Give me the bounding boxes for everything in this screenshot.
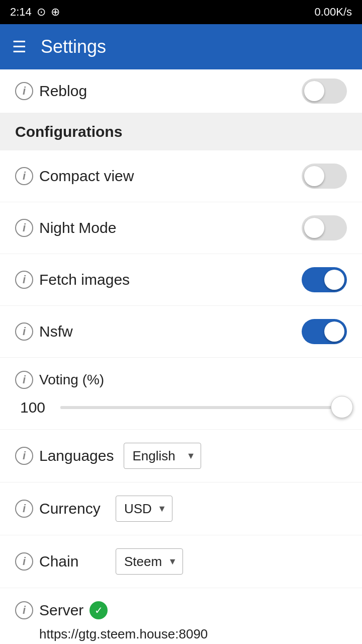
voting-value: 100: [20, 399, 50, 416]
voting-label-row: i Voting (%): [15, 371, 347, 389]
fetch-images-info-icon[interactable]: i: [15, 271, 33, 289]
setting-row-nsfw: i Nsfw: [0, 306, 362, 358]
voting-slider-thumb[interactable]: [331, 396, 353, 418]
chain-info-icon[interactable]: i: [15, 552, 33, 571]
setting-row-languages: i Languages English Spanish French Germa…: [0, 430, 362, 482]
night-mode-toggle-knob: [304, 218, 324, 238]
reblog-toggle[interactable]: [302, 78, 347, 104]
compact-view-label: i Compact view: [15, 167, 302, 185]
nsfw-info-icon[interactable]: i: [15, 323, 33, 341]
server-label-row: i Server ✓: [15, 601, 347, 619]
configurations-header: Configurations: [0, 113, 362, 150]
night-mode-label: i Night Mode: [15, 219, 302, 237]
voting-label: Voting (%): [39, 372, 104, 388]
compact-view-toggle[interactable]: [302, 164, 347, 189]
setting-row-server: i Server ✓ https://gtg.steem.house:8090: [0, 588, 362, 644]
status-icon-1: ⊙: [37, 6, 46, 19]
status-bar: 2:14 ⊙ ⊕ 0.00K/s: [0, 0, 362, 24]
reblog-toggle-knob: [304, 81, 324, 101]
voting-slider-track[interactable]: [60, 406, 342, 409]
setting-row-chain: i Chain Steem Hive ▼: [0, 535, 362, 588]
night-mode-info-icon[interactable]: i: [15, 219, 33, 237]
languages-select-wrapper: English Spanish French German Chinese ▼: [124, 443, 201, 469]
page-title: Settings: [41, 36, 106, 57]
reblog-info-icon[interactable]: i: [15, 82, 33, 100]
compact-view-toggle-knob: [304, 166, 324, 186]
status-bar-left: 2:14 ⊙ ⊕: [10, 6, 60, 19]
currency-select-wrapper: USD EUR GBP JPY ▼: [116, 496, 172, 522]
chain-select[interactable]: Steem Hive: [116, 548, 183, 575]
setting-row-fetch-images: i Fetch images: [0, 254, 362, 306]
server-status-icon: ✓: [89, 601, 108, 619]
hamburger-menu-button[interactable]: ☰: [12, 39, 27, 55]
server-url[interactable]: https://gtg.steem.house:8090: [15, 626, 347, 642]
compact-view-info-icon[interactable]: i: [15, 167, 33, 185]
nsfw-toggle-knob: [324, 321, 344, 342]
settings-content: i Reblog Configurations i Compact view i…: [0, 69, 362, 644]
nsfw-label: i Nsfw: [15, 323, 302, 341]
currency-select[interactable]: USD EUR GBP JPY: [116, 496, 172, 522]
fetch-images-toggle-knob: [324, 270, 344, 290]
server-label: Server: [39, 602, 83, 619]
nsfw-toggle[interactable]: [302, 319, 347, 344]
setting-row-reblog: i Reblog: [0, 69, 362, 113]
languages-info-icon[interactable]: i: [15, 447, 33, 465]
app-bar: ☰ Settings: [0, 24, 362, 69]
server-info-icon[interactable]: i: [15, 601, 33, 619]
chain-select-wrapper: Steem Hive ▼: [116, 548, 183, 575]
voting-slider-fill: [60, 406, 342, 409]
setting-row-compact-view: i Compact view: [0, 150, 362, 202]
voting-slider-row: 100: [15, 399, 347, 416]
setting-row-currency: i Currency USD EUR GBP JPY ▼: [0, 482, 362, 535]
languages-select[interactable]: English Spanish French German Chinese: [124, 443, 201, 469]
status-network: 0.00K/s: [314, 6, 352, 19]
currency-info-icon[interactable]: i: [15, 500, 33, 518]
languages-label: i Languages: [15, 447, 114, 465]
voting-info-icon[interactable]: i: [15, 371, 33, 389]
status-icon-2: ⊕: [51, 6, 60, 19]
reblog-label: i Reblog: [15, 82, 302, 100]
status-time: 2:14: [10, 6, 32, 19]
fetch-images-toggle[interactable]: [302, 267, 347, 292]
setting-row-voting: i Voting (%) 100: [0, 358, 362, 430]
fetch-images-label: i Fetch images: [15, 271, 302, 289]
currency-label: i Currency: [15, 500, 106, 518]
chain-label: i Chain: [15, 552, 106, 571]
setting-row-night-mode: i Night Mode: [0, 202, 362, 254]
night-mode-toggle[interactable]: [302, 215, 347, 240]
